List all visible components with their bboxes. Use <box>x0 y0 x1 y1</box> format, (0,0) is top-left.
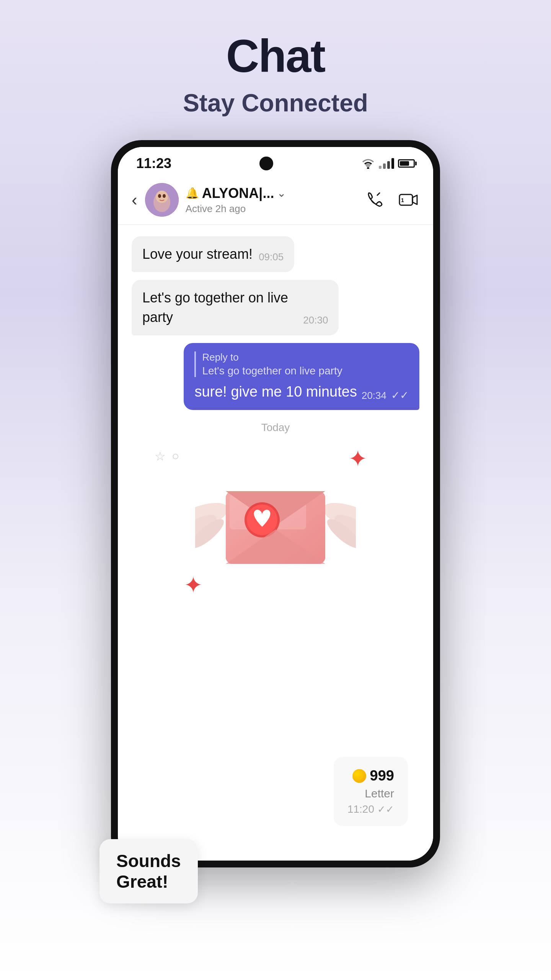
letter-read-receipts: ✓✓ <box>377 804 394 815</box>
message-text-2: Let's go together on live party <box>142 288 297 327</box>
reply-label: Reply to <box>202 351 409 363</box>
phone-inner: 11:23 <box>118 147 433 861</box>
letter-time-row: 11:20 ✓✓ <box>347 803 394 815</box>
status-time: 11:23 <box>136 155 171 172</box>
letter-label: Letter <box>365 787 394 800</box>
wifi-icon <box>361 158 375 169</box>
sparkle-top-right-icon: ✦ <box>348 445 367 472</box>
chevron-down-icon: ⌄ <box>277 187 286 199</box>
video-button[interactable]: 1 <box>398 189 419 211</box>
svg-point-4 <box>156 191 168 203</box>
battery-icon <box>398 159 415 168</box>
envelope-area: ✦ ✦ <box>176 445 375 606</box>
sent-text-3: sure! give me 10 minutes <box>194 382 357 401</box>
coin-icon <box>352 769 366 783</box>
star-icon: ☆ <box>155 449 166 464</box>
chat-header-actions: 1 <box>364 189 419 211</box>
messages-area: Love your stream! 09:05 Let's go togethe… <box>118 225 433 861</box>
message-received-1: Love your stream! 09:05 <box>132 236 419 272</box>
letter-card: 999 Letter 11:20 ✓✓ <box>334 757 408 826</box>
sparkle-bottom-left-icon: ✦ <box>184 572 203 598</box>
sent-time-3: 20:34 <box>362 390 386 402</box>
chat-avatar <box>145 183 179 217</box>
svg-point-6 <box>163 194 166 198</box>
reply-text: Let's go together on live party <box>202 365 409 377</box>
chat-name-row: 🔔 ALYONA|... ⌄ <box>186 185 364 201</box>
message-sent-3: Reply to Let's go together on live party… <box>132 343 419 410</box>
chat-info: 🔔 ALYONA|... ⌄ Active 2h ago <box>186 185 364 215</box>
phone-frame: 11:23 <box>111 140 440 867</box>
envelope-illustration <box>195 461 356 591</box>
page-header: Chat Stay Connected <box>183 0 368 117</box>
page-title: Chat <box>183 31 368 81</box>
reply-indicator: Reply to Let's go together on live party <box>194 351 409 377</box>
status-icons <box>361 158 415 169</box>
message-bubble-2: Let's go together on live party 20:30 <box>132 280 339 335</box>
svg-point-5 <box>158 194 161 198</box>
chat-status: Active 2h ago <box>186 203 364 215</box>
message-time-2: 20:30 <box>303 314 328 326</box>
message-time-1: 09:05 <box>259 251 284 263</box>
letter-time: 11:20 <box>347 803 374 815</box>
coin-row: 999 <box>352 768 394 784</box>
svg-line-7 <box>377 193 380 195</box>
bell-icon: 🔔 <box>186 187 199 199</box>
chat-header: ‹ 🔔 ALYONA|... <box>118 175 433 225</box>
message-bubble-3: Reply to Let's go together on live party… <box>184 343 419 410</box>
battery-fill <box>400 161 409 166</box>
page-subtitle: Stay Connected <box>183 89 368 117</box>
sounds-great-text: Sounds Great! <box>116 851 181 892</box>
call-button[interactable] <box>364 189 386 211</box>
avatar-image <box>145 183 179 217</box>
status-bar: 11:23 <box>118 147 433 175</box>
sent-message-footer: sure! give me 10 minutes 20:34 ✓✓ <box>194 382 409 401</box>
today-divider: Today <box>132 421 419 434</box>
camera-dot <box>259 157 273 170</box>
message-received-2: Let's go together on live party 20:30 <box>132 280 419 335</box>
reaction-area: ☆ ○ <box>155 449 179 464</box>
message-bubble-1: Love your stream! 09:05 <box>132 236 294 272</box>
coin-amount: 999 <box>370 768 394 784</box>
signal-icon <box>379 158 394 169</box>
read-receipts-3: ✓✓ <box>391 389 409 402</box>
video-icon: 1 <box>398 190 419 210</box>
message-text-1: Love your stream! <box>142 245 253 264</box>
contact-name: ALYONA|... <box>202 185 274 201</box>
back-button[interactable]: ‹ <box>132 190 137 209</box>
phone-icon <box>365 190 385 210</box>
letter-section: ☆ ○ ✦ ✦ <box>132 445 419 849</box>
avatar-svg <box>145 183 179 217</box>
svg-text:1: 1 <box>401 197 404 203</box>
